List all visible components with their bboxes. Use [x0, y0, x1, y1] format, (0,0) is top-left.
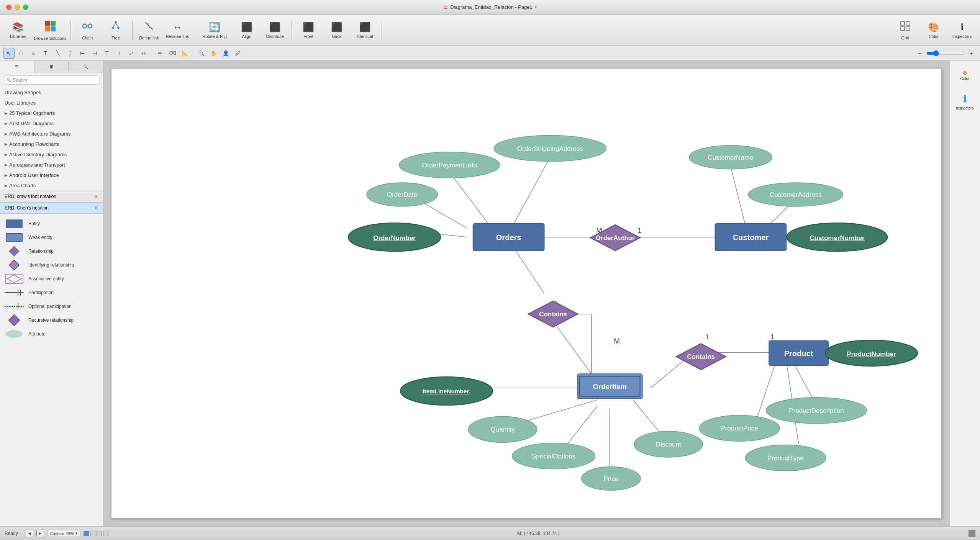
color-button[interactable]: 🎨 Color: [920, 17, 947, 44]
shape-recursive-relationship[interactable]: Recursive relationship: [0, 313, 103, 327]
pen-tool[interactable]: ✏: [154, 48, 166, 59]
shape-entity[interactable]: Entity: [0, 217, 103, 231]
zoom-tool[interactable]: 🔍: [195, 48, 207, 59]
front-icon: ⬛: [303, 22, 314, 33]
svg-point-8: [112, 27, 114, 29]
chain-button[interactable]: Chain: [74, 17, 101, 44]
shape-attribute[interactable]: Attribute: [0, 327, 103, 341]
shape-identifying-relationship[interactable]: Identifying relationship: [0, 258, 103, 272]
close-crows-foot-button[interactable]: ✕: [94, 193, 98, 200]
sidebar-tab-list[interactable]: ☰: [0, 61, 34, 73]
recursive-relationship-icon: [8, 314, 20, 326]
line-tool[interactable]: ╲: [52, 48, 64, 59]
sidebar-item-atm-uml[interactable]: ▶ ATM UML Diagrams: [0, 118, 103, 129]
svg-text:Contains: Contains: [687, 353, 715, 360]
connector3-tool[interactable]: ⊤: [101, 48, 113, 59]
zoom-selector[interactable]: Custom 49% ▾: [47, 530, 80, 537]
lib-chens: ERD, Chen's notation ✕ Entity: [0, 202, 103, 344]
connector6-tool[interactable]: ⇔: [138, 48, 149, 59]
page-indicator-2[interactable]: [90, 531, 95, 536]
sidebar-item-user-libraries[interactable]: User Libraries: [0, 98, 103, 108]
zoom-in-button[interactable]: +: [965, 48, 977, 59]
pan-tool[interactable]: ✋: [208, 48, 219, 59]
connector2-tool[interactable]: ⊣: [89, 48, 100, 59]
weak-entity-icon: [6, 233, 23, 242]
zoom-out-button[interactable]: −: [914, 48, 926, 59]
shape-optional-participation[interactable]: Optional participation: [0, 299, 103, 313]
measure-tool[interactable]: 📐: [179, 48, 190, 59]
sidebar-item-aws[interactable]: ▶ AWS Architecture Diagrams: [0, 129, 103, 139]
eraser-tool[interactable]: ⌫: [167, 48, 178, 59]
chevron-down-icon[interactable]: ▾: [535, 5, 537, 9]
text-tool[interactable]: T: [40, 48, 51, 59]
distribute-button[interactable]: ⬛ Distribute: [262, 17, 288, 44]
identifying-relationship-preview: [5, 260, 24, 270]
svg-rect-17: [901, 27, 905, 31]
user-tool[interactable]: 👤: [220, 48, 231, 59]
grid-button[interactable]: Grid: [892, 17, 919, 44]
ellipse-tool[interactable]: ○: [28, 48, 39, 59]
connector5-tool[interactable]: ⇌: [126, 48, 137, 59]
svg-point-9: [117, 27, 120, 29]
shape-relationship[interactable]: Relationship: [0, 244, 103, 258]
page-indicator-4[interactable]: [103, 531, 108, 536]
maximize-button[interactable]: [23, 5, 28, 10]
sidebar-item-aerospace[interactable]: ▶ Aerospace and Transport: [0, 160, 103, 170]
reverse-link-button[interactable]: ↔ Reverse link: [164, 17, 191, 44]
lib-chens-header[interactable]: ERD, Chen's notation ✕: [0, 203, 103, 214]
canvas-area[interactable]: M 1 1 M 1 1 OrderShippingAddress OrderPa…: [103, 61, 949, 526]
reverse-link-icon: ↔: [173, 22, 182, 33]
connector-tool[interactable]: ⊢: [77, 48, 88, 59]
sidebar-tab-grid[interactable]: ⊞: [34, 61, 69, 73]
info-inspector-button[interactable]: ℹ Inspectors: [953, 90, 977, 114]
diagram-canvas[interactable]: M 1 1 M 1 1 OrderShippingAddress OrderPa…: [111, 68, 942, 519]
page-indicator-1[interactable]: [84, 531, 89, 536]
libraries-button[interactable]: 📚 Libraries: [5, 17, 31, 44]
draw-toolbar: ↖ □ ○ T ╲ ∫ ⊢ ⊣ ⊤ ⊥ ⇌ ⇔ ✏ ⌫ 📐 🔍 ✋ 👤 🖊 − …: [0, 46, 980, 61]
connector4-tool[interactable]: ⊥: [113, 48, 125, 59]
sidebar-item-drawing-shapes[interactable]: Drawing Shapes: [0, 87, 103, 98]
rotate-flip-icon: 🔄: [209, 22, 220, 33]
delete-link-button[interactable]: Delete link: [136, 17, 162, 44]
draw-tool[interactable]: 🖊: [232, 48, 244, 59]
close-button[interactable]: [6, 5, 11, 10]
sub-separator-2: [193, 49, 193, 57]
shape-weak-entity[interactable]: Weak entity: [0, 231, 103, 244]
color-inspector-button[interactable]: 🎨 Color: [953, 64, 977, 88]
svg-text:CustomerNumber: CustomerNumber: [810, 234, 865, 242]
page-indicator-3[interactable]: [97, 531, 102, 536]
sidebar-tab-search[interactable]: 🔍: [69, 61, 103, 73]
lib-crows-foot-header[interactable]: ERD, crow's foot notation ✕: [0, 191, 103, 202]
select-tool[interactable]: ↖: [3, 48, 15, 59]
front-button[interactable]: ⬛ Front: [295, 17, 322, 44]
close-chens-button[interactable]: ✕: [94, 205, 98, 211]
window-title: 🗂 Diagrama_Entidad_Relacion - Page1 ▾: [443, 4, 537, 10]
align-button[interactable]: ⬛ Align: [233, 17, 260, 44]
search-input[interactable]: [3, 75, 100, 85]
page-next-button[interactable]: ▶: [36, 530, 44, 537]
sidebar-item-active-directory[interactable]: ▶ Active Directory Diagrams: [0, 149, 103, 160]
shape-associative-entity[interactable]: Associative entity: [0, 272, 103, 286]
browse-solutions-button[interactable]: Browse Solutions: [33, 17, 67, 44]
curve-tool[interactable]: ∫: [64, 48, 76, 59]
sidebar-item-android[interactable]: ▶ Android User Interface: [0, 170, 103, 180]
svg-text:Contains: Contains: [539, 311, 567, 318]
back-button[interactable]: ⬛ Back: [323, 17, 350, 44]
minimize-button[interactable]: [15, 5, 20, 10]
svg-rect-18: [906, 27, 910, 31]
sidebar-item-25-orgcharts[interactable]: ▶ 25 Typical Orgcharts: [0, 108, 103, 118]
svg-text:SpecialOptions: SpecialOptions: [532, 453, 575, 460]
page-prev-button[interactable]: ◀: [26, 530, 33, 537]
zoom-dropdown-icon: ▾: [75, 531, 78, 536]
weak-entity-preview: [5, 232, 24, 243]
sidebar-item-accounting[interactable]: ▶ Accounting Flowcharts: [0, 139, 103, 149]
identical-button[interactable]: ⬛ Identical: [352, 17, 379, 44]
tree-button[interactable]: Tree: [102, 17, 129, 44]
shape-participation[interactable]: Participation: [0, 286, 103, 299]
zoom-slider[interactable]: [926, 50, 965, 56]
inspectors-button[interactable]: ℹ Inspectors: [949, 17, 975, 44]
rect-tool[interactable]: □: [15, 48, 27, 59]
sidebar-item-area-charts[interactable]: ▶ Area Charts: [0, 180, 103, 191]
fit-page-button[interactable]: [969, 530, 975, 537]
rotate-flip-button[interactable]: 🔄 Rotate & Flip: [197, 17, 232, 44]
